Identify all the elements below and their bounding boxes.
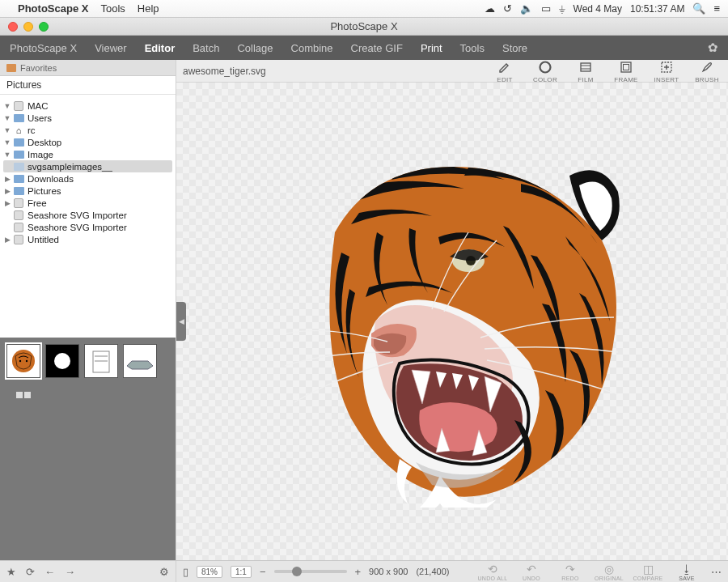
brush-icon bbox=[699, 59, 715, 75]
tree-item-label: Untitled bbox=[28, 235, 59, 244]
close-window-button[interactable] bbox=[8, 22, 18, 32]
tab-store[interactable]: Store bbox=[502, 42, 527, 54]
pictures-header[interactable]: Pictures bbox=[0, 76, 176, 95]
tree-item-pictures[interactable]: ▶Pictures bbox=[3, 185, 172, 197]
refresh-icon[interactable]: ⟳ bbox=[26, 566, 35, 578]
button-label: UNDO bbox=[523, 576, 540, 581]
original-icon: ◎ bbox=[604, 563, 614, 576]
tab-editor[interactable]: Editor bbox=[145, 42, 176, 54]
tool-insert-button[interactable]: INSERT bbox=[652, 59, 681, 83]
tab-combine[interactable]: Combine bbox=[291, 42, 333, 54]
menubar-date[interactable]: Wed 4 May bbox=[574, 3, 622, 15]
tree-item-desktop[interactable]: ▼Desktop bbox=[3, 136, 172, 148]
zoom-ratio[interactable]: 1:1 bbox=[231, 566, 252, 578]
tool-color-button[interactable]: COLOR bbox=[531, 59, 560, 83]
button-label: COMPARE bbox=[633, 576, 663, 581]
window-titlebar: PhotoScape X bbox=[0, 18, 728, 36]
tree-item-seashore-svg-importer[interactable]: Seashore SVG Importer bbox=[3, 209, 172, 221]
thumbnail-3[interactable] bbox=[84, 344, 118, 378]
menu-tools[interactable]: Tools bbox=[100, 2, 125, 15]
fullscreen-window-button[interactable] bbox=[39, 22, 49, 32]
spotlight-icon[interactable]: 🔍 bbox=[692, 2, 705, 15]
undo-all-button[interactable]: ⟲UNDO ALL bbox=[476, 563, 509, 581]
tree-item-downloads[interactable]: ▶Downloads bbox=[3, 172, 172, 185]
volume-icon[interactable]: 🔈 bbox=[520, 2, 533, 15]
tree-item-label: Desktop bbox=[28, 138, 61, 147]
original-button[interactable]: ◎ORIGINAL bbox=[593, 563, 625, 581]
thumbnail-tiger[interactable] bbox=[6, 344, 40, 378]
current-filename: awesome_tiger.svg bbox=[183, 66, 490, 77]
thumbnail-4[interactable] bbox=[123, 344, 157, 378]
tree-item-seashore-svg-importer[interactable]: Seashore SVG Importer bbox=[3, 221, 172, 233]
star-icon[interactable]: ★ bbox=[6, 566, 16, 578]
settings-gear-icon[interactable]: ✿ bbox=[708, 40, 718, 55]
compare-button[interactable]: ◫COMPARE bbox=[632, 563, 664, 581]
thumbnail-2[interactable] bbox=[45, 344, 79, 378]
tool-edit-button[interactable]: EDIT bbox=[490, 59, 519, 83]
canvas-area: awesome_tiger.svg EDITCOLORFILMFRAMEINSE… bbox=[176, 60, 728, 560]
more-icon[interactable]: ⋯ bbox=[711, 566, 722, 578]
tool-film-button[interactable]: FILM bbox=[571, 59, 600, 83]
redo-button[interactable]: ↷REDO bbox=[554, 563, 586, 581]
disclosure-triangle-icon[interactable]: ▼ bbox=[3, 151, 11, 159]
tab-creategif[interactable]: Create GIF bbox=[351, 42, 403, 54]
disclosure-triangle-icon[interactable]: ▶ bbox=[3, 187, 11, 195]
disclosure-triangle-icon[interactable]: ▼ bbox=[3, 138, 11, 147]
tree-item-svgsampleimages-[interactable]: svgsampleimages__ bbox=[3, 160, 172, 172]
cloud-icon[interactable]: ☁︎ bbox=[485, 2, 495, 15]
tab-print[interactable]: Print bbox=[421, 42, 442, 54]
insert-icon bbox=[658, 59, 675, 75]
tab-collage[interactable]: Collage bbox=[237, 42, 273, 54]
disclosure-triangle-icon[interactable]: ▼ bbox=[3, 126, 11, 134]
menubar-time[interactable]: 10:51:37 AM bbox=[630, 3, 684, 15]
favorites-header[interactable]: Favorites bbox=[0, 60, 176, 76]
fit-icon[interactable]: ▯ bbox=[183, 566, 188, 578]
menu-icon[interactable]: ≡ bbox=[713, 2, 720, 15]
app-tabs: PhotoScape X Viewer Editor Batch Collage… bbox=[0, 36, 728, 60]
wifi-icon[interactable]: ⏚ bbox=[559, 2, 565, 15]
minimize-window-button[interactable] bbox=[23, 22, 33, 32]
button-label: ORIGINAL bbox=[595, 576, 624, 581]
zoom-slider[interactable] bbox=[274, 570, 347, 573]
undo-button[interactable]: ↶UNDO bbox=[515, 563, 548, 581]
disclosure-triangle-icon[interactable]: ▼ bbox=[3, 102, 11, 110]
button-label: UNDO ALL bbox=[477, 576, 507, 581]
display-icon[interactable]: ▭ bbox=[541, 2, 551, 15]
sidebar-collapse-handle[interactable]: ◀ bbox=[176, 302, 186, 341]
bottom-gear-icon[interactable]: ⚙ bbox=[159, 566, 169, 578]
compare-icon: ◫ bbox=[643, 563, 654, 576]
folder-icon bbox=[13, 186, 24, 196]
zoom-in-icon[interactable]: + bbox=[355, 566, 362, 578]
tool-brush-button[interactable]: BRUSH bbox=[692, 59, 722, 83]
menu-help[interactable]: Help bbox=[138, 2, 159, 15]
tool-frame-button[interactable]: FRAME bbox=[612, 59, 641, 83]
tree-item-mac[interactable]: ▼MAC bbox=[3, 100, 172, 112]
tab-tools[interactable]: Tools bbox=[460, 42, 485, 54]
disclosure-triangle-icon[interactable]: ▶ bbox=[3, 236, 11, 244]
tree-item-rc[interactable]: ▼⌂rc bbox=[3, 124, 172, 136]
disclosure-triangle-icon[interactable]: ▶ bbox=[3, 199, 11, 207]
tree-item-free[interactable]: ▶Free bbox=[3, 197, 172, 209]
sync-icon[interactable]: ↺ bbox=[503, 2, 512, 15]
canvas-viewport[interactable]: ◀ bbox=[176, 83, 728, 560]
disclosure-triangle-icon[interactable]: ▶ bbox=[3, 175, 11, 183]
svg-rect-12 bbox=[621, 62, 631, 72]
tab-batch[interactable]: Batch bbox=[193, 42, 219, 54]
zoom-percent[interactable]: 81% bbox=[197, 566, 222, 578]
tab-photoscape[interactable]: PhotoScape X bbox=[10, 42, 77, 54]
tree-item-label: svgsampleimages__ bbox=[28, 162, 112, 172]
folder-icon bbox=[13, 113, 24, 123]
zoom-out-icon[interactable]: − bbox=[260, 566, 266, 578]
save-button[interactable]: ⭳SAVE bbox=[671, 563, 703, 581]
menu-app[interactable]: PhotoScape X bbox=[18, 2, 88, 15]
tree-item-users[interactable]: ▼Users bbox=[3, 112, 172, 124]
tree-item-image[interactable]: ▼Image bbox=[3, 148, 172, 160]
disclosure-triangle-icon[interactable]: ▼ bbox=[3, 114, 11, 122]
grid-view-button[interactable] bbox=[6, 386, 40, 404]
disk-icon bbox=[13, 235, 24, 244]
tab-viewer[interactable]: Viewer bbox=[95, 42, 127, 54]
folder-icon bbox=[6, 64, 16, 72]
forward-icon[interactable]: → bbox=[65, 566, 75, 578]
back-icon[interactable]: ← bbox=[44, 566, 55, 578]
tree-item-untitled[interactable]: ▶Untitled bbox=[3, 233, 172, 245]
